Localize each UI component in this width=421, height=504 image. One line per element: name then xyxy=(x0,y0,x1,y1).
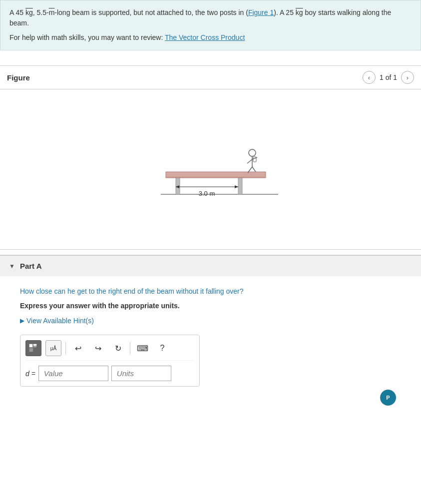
rotate-button[interactable]: ↻ xyxy=(110,340,126,356)
svg-rect-4 xyxy=(166,177,266,178)
figure-content: 3.0 m xyxy=(0,89,421,249)
mu-button[interactable]: μÅ xyxy=(45,340,61,356)
redo-button[interactable]: ↪ xyxy=(90,340,106,356)
figure-navigation: ‹ 1 of 1 › xyxy=(363,71,414,84)
svg-rect-19 xyxy=(29,348,33,352)
svg-point-9 xyxy=(249,149,256,156)
problem-text-2: For help with math skills, you may want … xyxy=(9,32,412,43)
keyboard-button[interactable]: ⌨ xyxy=(134,340,150,356)
beam-diagram: 3.0 m xyxy=(131,117,291,217)
svg-line-11 xyxy=(247,159,252,163)
svg-rect-2 xyxy=(238,177,242,194)
svg-rect-18 xyxy=(33,346,36,347)
express-text: Express your answer with the appropriate… xyxy=(20,302,401,310)
svg-rect-17 xyxy=(33,344,36,346)
pearson-area: P xyxy=(20,387,401,406)
mu-label: μÅ xyxy=(50,346,56,351)
formatting-blocks-button[interactable] xyxy=(25,340,41,356)
vector-cross-product-link[interactable]: The Vector Cross Product xyxy=(165,33,245,41)
toolbar-separator-1 xyxy=(65,342,66,354)
figure-title: Figure xyxy=(7,73,30,82)
toolbar-separator-2 xyxy=(130,342,130,354)
collapse-icon: ▼ xyxy=(9,263,15,270)
svg-rect-16 xyxy=(29,344,32,347)
value-input[interactable] xyxy=(38,366,108,381)
pearson-badge: P xyxy=(380,390,396,406)
problem-statement: A 45 kg, 5.5-m-long beam is supported, b… xyxy=(0,0,421,50)
units-input[interactable] xyxy=(111,366,171,381)
blocks-icon xyxy=(29,344,38,353)
part-label: Part A xyxy=(20,262,42,270)
problem-text-1: A 45 kg, 5.5-m-long beam is supported, b… xyxy=(9,7,412,28)
svg-text:3.0 m: 3.0 m xyxy=(198,190,215,197)
figure-section: Figure ‹ 1 of 1 › xyxy=(0,65,421,250)
figure-link[interactable]: Figure 1 xyxy=(248,8,274,16)
answer-box: μÅ ↩ ↪ ↻ ⌨ ? d = xyxy=(20,335,200,387)
answer-input-row: d = xyxy=(25,366,194,381)
svg-line-14 xyxy=(252,167,256,172)
hint-arrow-icon: ▶ xyxy=(20,317,24,324)
part-section: ▼ Part A How close can he get to the rig… xyxy=(0,255,421,421)
hint-label: View Available Hint(s) xyxy=(26,317,94,325)
undo-button[interactable]: ↩ xyxy=(70,340,86,356)
question-text: How close can he get to the right end of… xyxy=(20,286,401,297)
answer-label: d = xyxy=(25,370,35,378)
figure-page-indicator: 1 of 1 xyxy=(380,73,397,81)
part-header[interactable]: ▼ Part A xyxy=(0,256,421,276)
part-body: How close can he get to the right end of… xyxy=(0,276,421,421)
figure-header: Figure ‹ 1 of 1 › xyxy=(0,66,421,89)
figure-next-button[interactable]: › xyxy=(401,71,414,84)
hint-toggle[interactable]: ▶ View Available Hint(s) xyxy=(20,317,401,325)
svg-marker-7 xyxy=(235,185,238,188)
answer-toolbar: μÅ ↩ ↪ ↻ ⌨ ? xyxy=(25,340,194,361)
figure-prev-button[interactable]: ‹ xyxy=(363,71,376,84)
help-button[interactable]: ? xyxy=(154,340,170,356)
